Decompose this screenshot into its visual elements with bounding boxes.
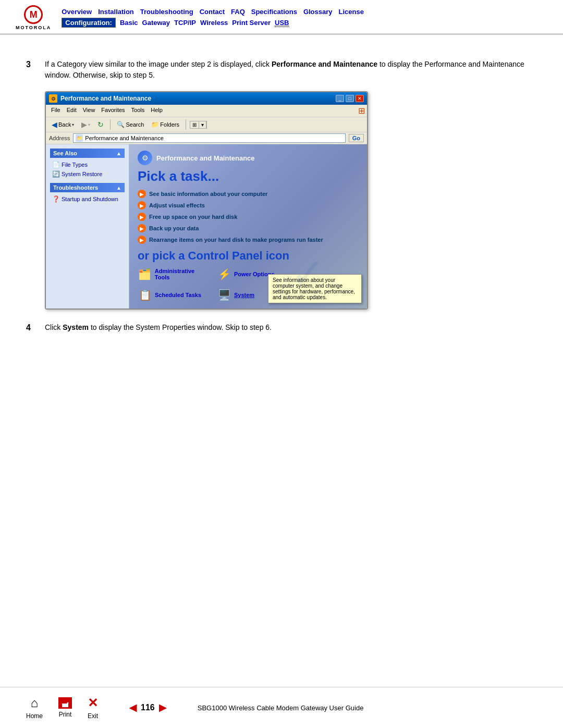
nav-contact[interactable]: Contact: [200, 8, 225, 16]
system-icon: 🖥️: [217, 288, 231, 302]
nav-tcpip[interactable]: TCP/IP: [174, 19, 196, 27]
win-menu-file[interactable]: File: [48, 106, 64, 116]
nav-glossary[interactable]: Glossary: [303, 8, 333, 16]
step4-number: 4: [26, 323, 36, 332]
task-link-basic-info[interactable]: ▶ See basic information about your compu…: [138, 190, 359, 198]
doc-title: SBG1000 Wireless Cable Modem Gateway Use…: [198, 704, 364, 712]
nav-faq[interactable]: FAQ: [231, 8, 245, 16]
nav-installation[interactable]: Installation: [98, 8, 134, 16]
win-maximize-button[interactable]: □: [346, 95, 354, 102]
back-arrow-icon: ◀: [52, 120, 57, 129]
task-link-free-space[interactable]: ▶ Free up space on your hard disk: [138, 213, 359, 221]
sidebar-item-system-restore[interactable]: 🔄 System Restore: [50, 169, 125, 179]
sidebar-header-troubleshooters[interactable]: Troubleshooters ▲: [50, 183, 125, 192]
footer-nav-icons: ⌂ Home Print ✕ Exit: [26, 696, 98, 720]
brand-name: MOTOROLA: [16, 25, 51, 30]
win-menu-help[interactable]: Help: [148, 106, 166, 116]
nav-license[interactable]: License: [339, 8, 364, 16]
win-toolbar: ◀ Back ▾ ▶ ▾ ↻ 🔍 Search 📁 Folders: [46, 117, 367, 132]
file-types-icon: 📄: [52, 161, 59, 168]
exit-label: Exit: [88, 712, 98, 720]
system-restore-icon: 🔄: [52, 170, 59, 178]
address-field[interactable]: 📁 Performance and Maintenance: [73, 133, 345, 143]
nav-top: Overview Installation Troubleshooting Co…: [62, 8, 364, 16]
footer-exit[interactable]: ✕ Exit: [88, 696, 98, 720]
home-icon: ⌂: [31, 696, 39, 710]
task-arrow-icon3: ▶: [138, 213, 146, 221]
logo-area: M MOTOROLA: [16, 5, 51, 30]
nav-overview[interactable]: Overview: [62, 8, 92, 16]
win-menu-tools[interactable]: Tools: [128, 106, 148, 116]
step3-paragraph: 3 If a Category view similar to the imag…: [26, 59, 537, 81]
nav-gateway[interactable]: Gateway: [142, 19, 170, 27]
task-link-rearrange[interactable]: ▶ Rearrange items on your hard disk to m…: [138, 236, 359, 244]
admin-tools-icon: 🗂️: [138, 267, 152, 281]
win-menu-favorites[interactable]: Favorites: [98, 106, 128, 116]
toolbar-view-button[interactable]: ⊞: [190, 121, 199, 128]
win-body: See Also ▲ 📄 File Types 🔄 System Restore…: [46, 144, 367, 309]
win-menu-edit[interactable]: Edit: [64, 106, 80, 116]
scheduled-tasks-label: Scheduled Tasks: [155, 292, 201, 298]
content-header-text: Performance and Maintenance: [156, 154, 255, 162]
footer-page-nav: ◀ 116 ▶: [129, 702, 166, 713]
step3-number: 3: [26, 60, 36, 69]
win-close-button[interactable]: ✕: [356, 95, 364, 102]
toolbar-folders-label: Folders: [160, 121, 179, 128]
task-link-backup[interactable]: ▶ Back up your data: [138, 224, 359, 232]
sidebar-startup-shutdown-label: Startup and Shutdown: [62, 196, 118, 202]
cp-scheduled-tasks[interactable]: 📋 Scheduled Tasks: [138, 288, 211, 302]
power-options-icon: ⚡: [217, 267, 231, 281]
motorola-icon: M: [24, 5, 43, 24]
folders-icon: 📁: [151, 121, 159, 128]
toolbar-search-button[interactable]: 🔍 Search: [114, 119, 146, 130]
step4-text: Click System to display the System Prope…: [45, 322, 272, 333]
sidebar-item-startup-shutdown[interactable]: ❓ Startup and Shutdown: [50, 194, 125, 204]
win-xp-logo-icon: ⊞: [358, 106, 365, 116]
cp-admin-tools[interactable]: 🗂️ Administrative Tools: [138, 267, 211, 281]
toolbar-folders-button[interactable]: 📁 Folders: [149, 119, 182, 130]
task-text-visual-effects: Adjust visual effects: [149, 202, 205, 208]
toolbar-back-button[interactable]: ◀ Back ▾: [49, 119, 77, 130]
sidebar-item-file-types[interactable]: 📄 File Types: [50, 160, 125, 169]
performance-header-icon: ⚙: [138, 151, 152, 165]
toolbar-forward-button[interactable]: ▶ ▾: [79, 119, 93, 130]
sidebar-troubleshooters-label: Troubleshooters: [53, 184, 98, 191]
next-page-button[interactable]: ▶: [159, 702, 166, 713]
toolbar-views: ⊞ ▾: [190, 121, 207, 129]
address-value: Performance and Maintenance: [85, 135, 163, 141]
nav-printserver[interactable]: Print Server: [232, 19, 271, 27]
header: M MOTOROLA Overview Installation Trouble…: [0, 0, 563, 34]
nav-wireless[interactable]: Wireless: [200, 19, 228, 27]
footer-home[interactable]: ⌂ Home: [26, 696, 43, 720]
nav-specifications[interactable]: Specifications: [251, 8, 297, 16]
address-go-button[interactable]: Go: [349, 134, 364, 142]
toolbar-view-dropdown[interactable]: ▾: [199, 121, 206, 128]
page-number: 116: [141, 703, 155, 712]
nav-troubleshooting[interactable]: Troubleshooting: [140, 8, 193, 16]
win-sidebar: See Also ▲ 📄 File Types 🔄 System Restore…: [46, 144, 129, 309]
task-text-basic-info: See basic information about your compute…: [149, 191, 267, 197]
footer-print[interactable]: Print: [58, 697, 72, 718]
task-link-visual-effects[interactable]: ▶ Adjust visual effects: [138, 201, 359, 209]
toolbar-search-label: Search: [126, 121, 144, 128]
win-title-text: Performance and Maintenance: [60, 95, 151, 102]
sidebar-header-see-also[interactable]: See Also ▲: [50, 149, 125, 158]
nav-usb[interactable]: USB: [275, 19, 289, 27]
win-menu-view[interactable]: View: [80, 106, 99, 116]
content-header: ⚙ Performance and Maintenance: [138, 151, 359, 165]
sidebar-section-troubleshooters: Troubleshooters ▲ ❓ Startup and Shutdown: [50, 183, 125, 204]
system-label: System: [234, 292, 254, 298]
exit-icon: ✕: [88, 696, 98, 710]
task-text-rearrange: Rearrange items on your hard disk to mak…: [149, 237, 323, 243]
tooltip-text: See information about your computer syst…: [273, 277, 355, 300]
toolbar-refresh-button[interactable]: ↻: [95, 119, 106, 130]
address-folder-icon: 📁: [76, 134, 83, 142]
search-icon: 🔍: [117, 121, 125, 128]
win-minimize-button[interactable]: _: [336, 95, 344, 102]
win-title-icon: ⚙: [49, 94, 57, 103]
nav-basic[interactable]: Basic: [120, 19, 138, 27]
pick-control-title: or pick a Control Panel icon: [138, 249, 359, 263]
motorola-logo: M MOTOROLA: [16, 5, 51, 30]
prev-page-button[interactable]: ◀: [129, 702, 137, 713]
win-controls: _ □ ✕: [336, 95, 364, 102]
